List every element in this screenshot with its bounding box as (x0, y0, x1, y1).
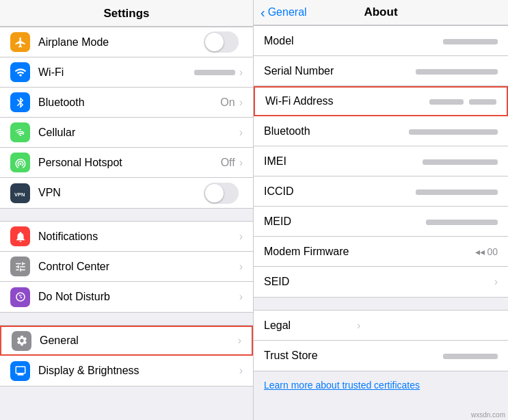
wifi-chevron: › (239, 66, 243, 79)
settings-panel: Settings Airplane Mode Wi-Fi › (0, 0, 253, 420)
wifi-icon (10, 62, 30, 82)
svg-text:VPN: VPN (14, 192, 25, 198)
about-group-legal: Legal › Trust Store (254, 310, 508, 371)
settings-row-airplane-mode[interactable]: Airplane Mode (0, 27, 253, 57)
about-header: ‹ General About (254, 0, 508, 25)
about-row-bluetooth: Bluetooth (254, 116, 508, 146)
about-row-legal[interactable]: Legal › (254, 311, 508, 341)
settings-row-bluetooth[interactable]: Bluetooth On › (0, 88, 253, 118)
settings-row-wifi[interactable]: Wi-Fi › (0, 57, 253, 88)
vpn-icon: VPN (10, 183, 30, 203)
wifi-address-label: Wi-Fi Address (265, 95, 354, 107)
iccid-value (353, 186, 498, 197)
modem-label: Modem Firmware (264, 246, 353, 258)
bluetooth-value-about (353, 126, 498, 137)
settings-row-personal-hotspot[interactable]: Personal Hotspot Off › (0, 148, 253, 178)
about-row-modem: Modem Firmware ◂◂ 00 (254, 237, 508, 267)
settings-row-cellular[interactable]: Cellular › (0, 118, 253, 148)
about-row-serial: Serial Number (254, 56, 508, 86)
bluetooth-label-about: Bluetooth (264, 125, 353, 137)
trust-store-value (353, 350, 498, 361)
cellular-label: Cellular (38, 127, 239, 139)
cellular-icon (10, 122, 30, 142)
settings-row-notifications[interactable]: Notifications › (0, 222, 253, 252)
about-group-info: Model Serial Number Wi-Fi Address Blueto… (254, 25, 508, 298)
bluetooth-chevron: › (239, 96, 243, 109)
about-row-imei: IMEI (254, 146, 508, 176)
bluetooth-value: On (220, 96, 235, 109)
about-row-meid: MEID (254, 207, 508, 237)
notifications-icon (10, 226, 30, 246)
back-button[interactable]: ‹ General (260, 5, 307, 19)
airplane-mode-label: Airplane Mode (38, 36, 204, 49)
general-icon (12, 331, 31, 351)
seid-chevron: › (494, 276, 498, 288)
notifications-chevron: › (239, 231, 243, 243)
cellular-chevron: › (239, 127, 243, 139)
settings-group-general: General › Display & Brightness › (0, 325, 253, 386)
learn-more-link[interactable]: Learn more about trusted certificates (254, 371, 508, 399)
settings-row-do-not-disturb[interactable]: Do Not Disturb › (0, 282, 253, 312)
model-value (353, 36, 498, 47)
model-label: Model (264, 35, 353, 47)
personal-hotspot-chevron: › (239, 157, 243, 169)
settings-header: Settings (0, 0, 253, 27)
legal-label: Legal (264, 319, 353, 332)
general-chevron: › (238, 334, 241, 347)
wifi-label: Wi-Fi (38, 66, 194, 79)
wifi-value (194, 66, 235, 79)
general-label: General (40, 334, 238, 347)
iccid-label: ICCID (264, 185, 353, 198)
bluetooth-label: Bluetooth (38, 96, 220, 109)
imei-value (353, 156, 498, 167)
airplane-mode-toggle[interactable] (204, 31, 239, 53)
airplane-mode-toggle-thumb (205, 33, 224, 51)
vpn-toggle[interactable] (204, 183, 239, 204)
display-chevron: › (239, 365, 243, 377)
about-row-seid[interactable]: SEID › (254, 267, 508, 297)
personal-hotspot-value: Off (221, 157, 235, 169)
meid-label: MEID (264, 215, 353, 228)
serial-value (353, 66, 498, 77)
settings-row-general[interactable]: General › (0, 326, 253, 356)
do-not-disturb-chevron: › (239, 291, 243, 303)
display-icon (10, 361, 30, 381)
do-not-disturb-label: Do Not Disturb (38, 291, 239, 303)
back-chevron-icon: ‹ (260, 5, 265, 19)
airplane-mode-icon (10, 32, 30, 52)
seid-label: SEID (264, 276, 353, 288)
notifications-label: Notifications (38, 231, 239, 243)
about-row-iccid: ICCID (254, 176, 508, 207)
legal-chevron: › (357, 319, 360, 332)
settings-title: Settings (0, 7, 253, 21)
personal-hotspot-label: Personal Hotspot (38, 157, 221, 169)
imei-label: IMEI (264, 155, 353, 168)
wifi-address-value (354, 96, 496, 107)
watermark: wxsdn.com (471, 411, 505, 419)
vpn-toggle-thumb (205, 184, 224, 202)
serial-label: Serial Number (264, 65, 353, 77)
meid-value (353, 216, 498, 227)
settings-group-system: Notifications › Control Center › Do Not … (0, 221, 253, 313)
bluetooth-icon (10, 92, 30, 112)
vpn-label: VPN (38, 187, 204, 199)
about-row-wifi-address: Wi-Fi Address (254, 86, 508, 116)
control-center-label: Control Center (38, 261, 239, 273)
back-label: General (268, 6, 307, 18)
trust-store-label: Trust Store (264, 350, 353, 362)
control-center-chevron: › (239, 261, 243, 273)
control-center-icon (10, 257, 30, 276)
do-not-disturb-icon (10, 287, 30, 307)
hotspot-icon (10, 153, 30, 172)
about-row-trust-store: Trust Store (254, 341, 508, 371)
settings-row-control-center[interactable]: Control Center › (0, 252, 253, 282)
settings-row-display[interactable]: Display & Brightness › (0, 356, 253, 386)
display-label: Display & Brightness (38, 365, 239, 377)
about-panel: ‹ General About Model Serial Number Wi-F… (253, 0, 508, 420)
settings-row-vpn[interactable]: VPN VPN (0, 178, 253, 208)
settings-group-connectivity: Airplane Mode Wi-Fi › Bluetooth On › (0, 27, 253, 209)
about-title: About (364, 5, 397, 19)
modem-value: ◂◂ 00 (353, 246, 498, 257)
about-row-model: Model (254, 26, 508, 56)
